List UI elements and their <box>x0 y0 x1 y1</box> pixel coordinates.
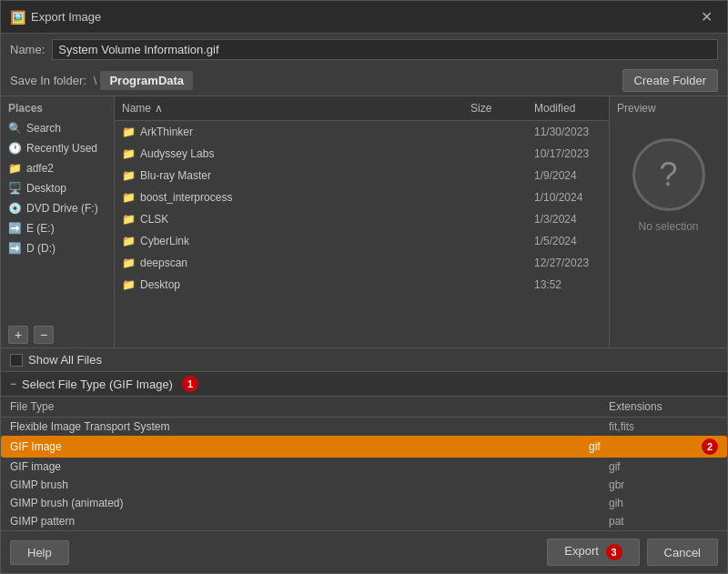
main-area: Places 🔍 Search 🕐 Recently Used 📁 adfe2 … <box>1 96 727 347</box>
places-label-search: Search <box>26 122 61 135</box>
search-icon: 🔍 <box>8 122 22 135</box>
file-row-deepscan[interactable]: 📁 deepscan 12/27/2023 <box>115 252 609 274</box>
places-item-recently-used[interactable]: 🕐 Recently Used <box>1 138 114 158</box>
folder-icon: 📁 <box>122 126 136 138</box>
help-button[interactable]: Help <box>10 540 69 565</box>
file-name-cyberlink: 📁 CyberLink <box>115 233 463 249</box>
column-name-header[interactable]: Name ∧ <box>115 100 463 116</box>
extensions-column-header: Extensions <box>609 400 718 413</box>
file-type-row-gimp-brush[interactable]: GIMP brush gbr <box>1 476 727 494</box>
places-label-e-drive: E (E:) <box>26 222 55 235</box>
file-row-arkthinker[interactable]: 📁 ArkThinker 11/30/2023 <box>115 121 609 143</box>
remove-place-button[interactable]: − <box>34 326 54 344</box>
save-folder-row: Save In folder: \ ProgramData Create Fol… <box>1 65 727 96</box>
folder-icon: 📁 <box>122 235 136 247</box>
folder-icon: 📁 <box>122 169 136 182</box>
desktop-icon: 🖥️ <box>8 182 22 195</box>
places-item-desktop[interactable]: 🖥️ Desktop <box>1 178 114 198</box>
file-type-row-gimp-pattern[interactable]: GIMP pattern pat <box>1 512 727 530</box>
column-modified-header[interactable]: Modified <box>527 100 609 116</box>
breadcrumb-item[interactable]: ProgramData <box>100 71 193 90</box>
footer-row: Help Export 3 Cancel <box>1 530 727 573</box>
drive-e-icon: ➡️ <box>8 222 22 235</box>
file-row-audyssey[interactable]: 📁 Audyssey Labs 10/17/2023 <box>115 143 609 165</box>
gif-image-badge: 2 <box>702 438 718 455</box>
places-label-dvd: DVD Drive (F:) <box>26 202 98 215</box>
folder-icon: 📁 <box>122 213 136 226</box>
places-item-d-drive[interactable]: ➡️ D (D:) <box>1 238 114 258</box>
places-header: Places <box>1 96 114 118</box>
places-label-desktop: Desktop <box>26 182 66 195</box>
file-list-panel: Name ∧ Size Modified 📁 ArkThinker <box>115 96 609 347</box>
select-file-type-badge: 1 <box>182 376 198 392</box>
export-image-dialog: 🖼️ Export Image ✕ Name: Save In folder: … <box>0 0 728 574</box>
places-item-dvd[interactable]: 💿 DVD Drive (F:) <box>1 198 114 218</box>
file-row-desktop-folder[interactable]: 📁 Desktop 13:52 <box>115 274 609 296</box>
folder-icon: 📁 <box>122 191 136 204</box>
preview-placeholder-icon: ? <box>659 156 677 194</box>
file-name-boost: 📁 boost_interprocess <box>115 189 463 206</box>
drive-d-icon: ➡️ <box>8 242 22 255</box>
places-label-recently-used: Recently Used <box>26 142 97 155</box>
places-item-adfe2[interactable]: 📁 adfe2 <box>1 158 114 178</box>
file-type-row-fits[interactable]: Flexible Image Transport System fit,fits <box>1 418 727 436</box>
places-item-search[interactable]: 🔍 Search <box>1 118 114 138</box>
show-all-files-label: Show All Files <box>28 353 102 367</box>
places-label-adfe2: adfe2 <box>26 162 54 175</box>
file-type-row-gimp-brush-animated[interactable]: GIMP brush (animated) gih <box>1 494 727 512</box>
show-all-row: Show All Files <box>1 348 727 371</box>
places-panel: Places 🔍 Search 🕐 Recently Used 📁 adfe2 … <box>1 96 115 347</box>
preview-no-selection-label: No selection <box>638 220 698 233</box>
folder-icon: 📁 <box>122 147 136 160</box>
name-label: Name: <box>10 43 45 56</box>
file-type-table-header: File Type Extensions <box>1 397 727 418</box>
select-file-type-row[interactable]: − Select File Type (GIF Image) 1 <box>1 371 727 397</box>
places-item-e-drive[interactable]: ➡️ E (E:) <box>1 218 114 238</box>
file-name-clsk: 📁 CLSK <box>115 211 463 227</box>
file-name-arkthinker: 📁 ArkThinker <box>115 124 463 140</box>
file-name-audyssey: 📁 Audyssey Labs <box>115 146 463 162</box>
close-button[interactable]: ✕ <box>695 6 718 27</box>
file-name-deepscan: 📁 deepscan <box>115 255 463 271</box>
dvd-icon: 💿 <box>8 202 22 215</box>
file-list-header: Name ∧ Size Modified <box>115 96 609 121</box>
create-folder-button[interactable]: Create Folder <box>622 69 718 92</box>
file-list-body: 📁 ArkThinker 11/30/2023 📁 Audyssey Labs … <box>115 121 609 347</box>
file-name-desktop-folder: 📁 Desktop <box>115 277 463 293</box>
name-row: Name: <box>1 34 727 65</box>
places-label-d-drive: D (D:) <box>26 242 56 255</box>
add-place-button[interactable]: + <box>8 326 28 344</box>
file-row-boost[interactable]: 📁 boost_interprocess 1/10/2024 <box>115 186 609 208</box>
preview-panel: Preview ? No selection <box>609 96 727 347</box>
bottom-section: Show All Files − Select File Type (GIF I… <box>1 347 727 530</box>
title-bar-left: 🖼️ Export Image <box>10 10 101 25</box>
footer-right: Export 3 Cancel <box>547 539 718 566</box>
select-file-type-label: Select File Type (GIF Image) <box>22 378 173 391</box>
cancel-button[interactable]: Cancel <box>647 539 718 566</box>
file-type-column-header: File Type <box>10 400 609 413</box>
breadcrumb-area: \ ProgramData <box>94 71 615 90</box>
file-type-row-gif-image-lower[interactable]: GIF image gif <box>1 458 727 476</box>
save-in-folder-label: Save In folder: <box>10 74 86 87</box>
name-input[interactable] <box>52 39 718 60</box>
places-controls: + − <box>1 322 114 347</box>
file-row-cyberlink[interactable]: 📁 CyberLink 1/5/2024 <box>115 230 609 252</box>
preview-image: ? <box>632 138 705 211</box>
file-name-bluray: 📁 Blu-ray Master <box>115 167 463 184</box>
breadcrumb-separator: \ <box>94 74 97 87</box>
file-type-row-gif-image[interactable]: GIF Image gif 2 <box>1 436 727 458</box>
show-all-files-checkbox[interactable] <box>10 354 23 367</box>
file-row-bluray[interactable]: 📁 Blu-ray Master 1/9/2024 <box>115 165 609 186</box>
export-badge: 3 <box>606 544 622 560</box>
file-type-body: Flexible Image Transport System fit,fits… <box>1 418 727 530</box>
preview-header: Preview <box>610 96 663 120</box>
column-size-header[interactable]: Size <box>463 100 527 116</box>
dialog-title: Export Image <box>31 10 101 24</box>
recently-used-icon: 🕐 <box>8 142 22 155</box>
collapse-icon: − <box>10 378 16 390</box>
dialog-icon: 🖼️ <box>10 10 25 25</box>
export-button[interactable]: Export 3 <box>547 539 639 566</box>
file-row-clsk[interactable]: 📁 CLSK 1/3/2024 <box>115 208 609 230</box>
title-bar: 🖼️ Export Image ✕ <box>1 1 727 34</box>
folder-icon-adfe2: 📁 <box>8 162 22 175</box>
